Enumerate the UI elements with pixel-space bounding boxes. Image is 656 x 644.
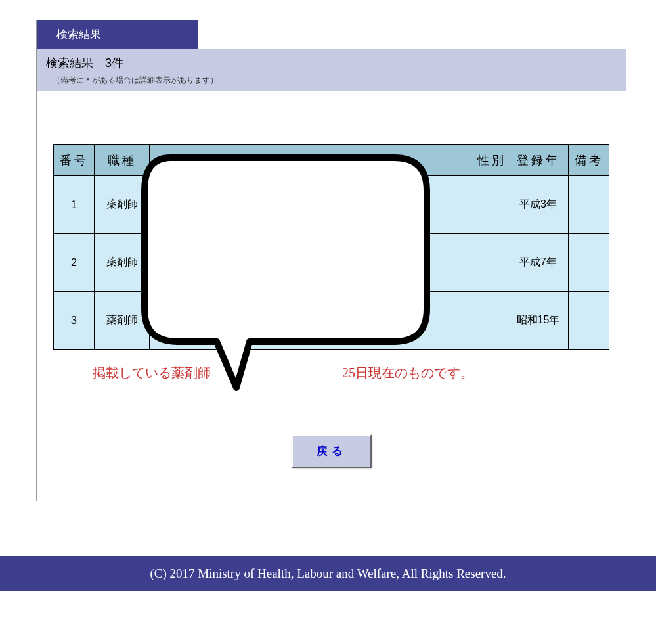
cell-sex [475, 292, 508, 350]
cell-name [150, 234, 475, 292]
cell-remark [569, 176, 609, 234]
cell-sex [475, 176, 508, 234]
cell-type: 薬剤師 [95, 234, 150, 292]
header-remark: 備考 [569, 145, 609, 176]
cell-year: 平成7年 [508, 234, 569, 292]
subheader: 検索結果 3件 （備考に＊がある場合は詳細表示があります） [37, 49, 626, 91]
header-name: 氏名 [150, 145, 475, 176]
cell-type: 薬剤師 [95, 176, 150, 234]
header-number: 番号 [54, 145, 95, 176]
cell-year: 平成3年 [508, 176, 569, 234]
content-area: 番号 職種 氏名 性別 登録年 備考 1 薬剤師 平成3年 [37, 91, 626, 501]
table-row: 3 薬剤師 昭和15年 [54, 292, 609, 350]
result-count: 検索結果 3件 [46, 55, 617, 71]
header-sex: 性別 [475, 145, 508, 176]
tab-header: 検索結果 [37, 20, 198, 49]
copyright-text: (C) 2017 Ministry of Health, Labour and … [150, 566, 506, 580]
tab-label: 検索結果 [56, 28, 101, 41]
cell-sex [475, 234, 508, 292]
footer: (C) 2017 Ministry of Health, Labour and … [0, 556, 656, 591]
cell-name [150, 176, 475, 234]
table-row: 2 薬剤師 平成7年 [54, 234, 609, 292]
results-panel: 検索結果 検索結果 3件 （備考に＊がある場合は詳細表示があります） 番号 職種… [36, 20, 626, 501]
table-header-row: 番号 職種 氏名 性別 登録年 備考 [54, 145, 609, 176]
cell-year: 昭和15年 [508, 292, 569, 350]
header-type: 職種 [95, 145, 150, 176]
cell-name [150, 292, 475, 350]
notice-text: 掲載している薬剤師 25日現在のものです。 [93, 364, 609, 382]
cell-number: 2 [54, 234, 95, 292]
back-button[interactable]: 戻る [292, 434, 372, 468]
results-table: 番号 職種 氏名 性別 登録年 備考 1 薬剤師 平成3年 [53, 144, 609, 350]
cell-number: 3 [54, 292, 95, 350]
cell-type: 薬剤師 [95, 292, 150, 350]
subheader-note: （備考に＊がある場合は詳細表示があります） [46, 75, 617, 86]
cell-remark [569, 234, 609, 292]
cell-remark [569, 292, 609, 350]
button-container: 戻る [53, 434, 609, 468]
header-year: 登録年 [508, 145, 569, 176]
table-row: 1 薬剤師 平成3年 [54, 176, 609, 234]
cell-number: 1 [54, 176, 95, 234]
